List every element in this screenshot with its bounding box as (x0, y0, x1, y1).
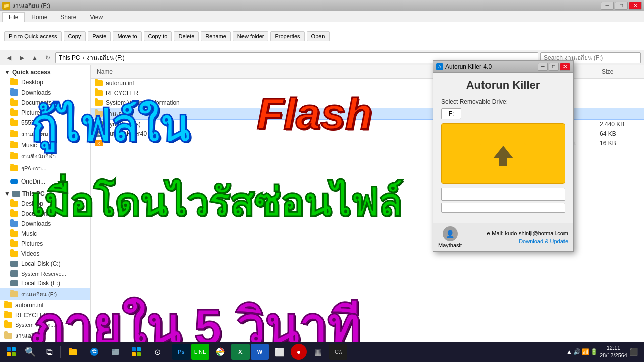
dialog-close-btn[interactable]: ✕ (560, 63, 570, 71)
desktop2-icon (10, 201, 18, 207)
start-button[interactable] (2, 343, 20, 361)
taskbar: 🔍 ⧉ ⊙ Ps LINE X W (0, 342, 644, 362)
taskbar-word[interactable]: W (251, 344, 269, 360)
col-size[interactable]: Size (600, 67, 640, 76)
sidebar-item-documents[interactable]: Documents (0, 98, 90, 108)
sidebar-item-pictures2[interactable]: Pictures (0, 239, 90, 249)
sidebar-item-documents2[interactable]: Document... (0, 209, 90, 219)
ngan-sub-icon (4, 333, 12, 339)
folder-sm-icon (95, 100, 103, 106)
move-to-btn[interactable]: Move to (113, 31, 141, 41)
properties-btn[interactable]: Properties (270, 31, 304, 41)
dialog-select-label: Select Removable Drive: (441, 98, 565, 105)
music-icon (10, 142, 18, 148)
copy-btn[interactable]: Copy (64, 31, 86, 41)
this-pc-label: This PC (22, 190, 45, 197)
taskbar-explorer[interactable] (63, 343, 83, 361)
folder-sm-icon (95, 90, 103, 96)
sidebar-item-ngan-sub[interactable]: งานเอกียน (0, 329, 90, 342)
pa-icon (10, 165, 18, 171)
pin-quick-access-btn[interactable]: Pin to Quick access (4, 31, 62, 41)
sidebar-item-locale[interactable]: Local Disk (E:) (0, 278, 90, 288)
taskbar-edge[interactable] (84, 343, 104, 361)
sidebar-item-desktop[interactable]: Desktop (0, 77, 90, 87)
sidebar-item-pa[interactable]: ๆPA ตรา... (0, 162, 90, 174)
sidebar-item-ngan[interactable]: งานเอกียน (0, 128, 90, 140)
locale-icon (10, 280, 18, 286)
task-view-btn[interactable]: ⧉ (40, 343, 58, 361)
tab-view[interactable]: View (83, 12, 109, 22)
sidebar-item-onedrive[interactable]: OneDri... (0, 176, 90, 187)
dialog-minimize-btn[interactable]: ─ (538, 63, 548, 71)
sidebar-item-sysvolume[interactable]: System Volum... (0, 320, 90, 329)
taskbar-cortana[interactable]: ⊙ (147, 343, 168, 361)
tab-share[interactable]: Share (54, 12, 83, 22)
search-taskbar-btn[interactable]: 🔍 (21, 343, 39, 361)
paste-btn[interactable]: Paste (88, 31, 111, 41)
sidebar-item-pictures[interactable]: Pictures (0, 108, 90, 118)
sidebar-item-downloads2[interactable]: Downloads (0, 219, 90, 229)
taskbar-cmd[interactable]: C:\ (329, 344, 347, 360)
ws-file-icon: W (95, 121, 103, 127)
taskbar-record[interactable]: ● (291, 344, 307, 360)
taskbar-windows[interactable] (126, 343, 146, 361)
autorun-sub-icon (4, 302, 12, 308)
recycler-sub-icon (4, 312, 12, 318)
file-mgr-icon (110, 347, 120, 357)
quick-access-label: Quick access (12, 69, 51, 76)
sidebar-item-desktop2[interactable]: Desktop (0, 199, 90, 209)
sidebar-item-ngan2[interactable]: งานชื่อนักกีฬา (0, 150, 90, 162)
tab-home[interactable]: Home (25, 12, 54, 22)
refresh-button[interactable]: ↻ (42, 52, 53, 63)
up-button[interactable]: ▲ (29, 52, 40, 63)
rename-btn[interactable]: Rename (201, 31, 231, 41)
pictures-icon (10, 110, 18, 116)
taskbar-excel[interactable]: X (231, 344, 250, 360)
taskbar-app3[interactable]: ▦ (308, 343, 328, 361)
close-button[interactable]: ✕ (629, 2, 642, 10)
title-bar-text: งานเอกียน (F:) (12, 1, 50, 10)
dialog-path-input[interactable] (441, 188, 565, 201)
maximize-button[interactable]: □ (615, 2, 628, 10)
sidebar-item-recycler[interactable]: RECYCLER (0, 310, 90, 320)
taskbar-line[interactable]: LINE (191, 344, 209, 360)
sidebar-item-music2[interactable]: Music (0, 229, 90, 239)
sidebar-item-nganf[interactable]: งานเอกียน (F:) (0, 288, 90, 300)
folder-selected-icon (95, 111, 103, 117)
documents-icon (10, 100, 18, 106)
back-button[interactable]: ◀ (3, 52, 14, 63)
sidebar-item-localc[interactable]: Local Disk (C:) (0, 259, 90, 269)
new-folder-btn[interactable]: New folder (233, 31, 269, 41)
folder-sm-icon (95, 80, 103, 86)
sidebar-item-sysreserve[interactable]: System Reserve... (0, 269, 90, 278)
ribbon-tabs: File Home Share View (0, 11, 644, 22)
taskbar-date: 28/12/2564 (600, 352, 627, 359)
minimize-button[interactable]: ─ (601, 2, 614, 10)
dialog-download-link[interactable]: Download & Update (519, 238, 568, 244)
sidebar-item-555556[interactable]: 555556 (0, 118, 90, 128)
taskbar-app2[interactable]: ⬜ (270, 343, 290, 361)
taskbar-file-mgr[interactable] (105, 343, 125, 361)
show-desktop-btn[interactable]: ⬛ (629, 348, 638, 356)
taskbar-time: 12:11 (600, 344, 627, 352)
tab-file[interactable]: File (2, 12, 25, 22)
dialog-maximize-btn[interactable]: □ (549, 63, 559, 71)
svg-rect-7 (112, 349, 115, 351)
col-name[interactable]: Name (95, 67, 454, 76)
sidebar-item-autorun[interactable]: autorun.inf (0, 300, 90, 310)
open-btn[interactable]: Open (307, 31, 330, 41)
edge-icon (89, 347, 99, 357)
sidebar-item-music[interactable]: Music (0, 140, 90, 150)
sidebar-item-videos[interactable]: Videos (0, 249, 90, 259)
drive-selector[interactable]: F: (441, 108, 461, 119)
taskbar-photoshop[interactable]: Ps (172, 344, 190, 360)
taskbar-chrome[interactable] (210, 343, 230, 361)
sidebar-item-downloads[interactable]: Downloads (0, 87, 90, 98)
forward-button[interactable]: ▶ (16, 52, 27, 63)
dialog-body: Autorun Killer Select Removable Drive: F… (433, 73, 573, 223)
ngan-icon (10, 131, 18, 137)
copy-to-btn[interactable]: Copy to (144, 31, 172, 41)
dialog-app-title: Autorun Killer (441, 79, 565, 92)
delete-btn[interactable]: Delete (174, 31, 199, 41)
taskbar-clock[interactable]: 12:11 28/12/2564 (600, 344, 627, 360)
